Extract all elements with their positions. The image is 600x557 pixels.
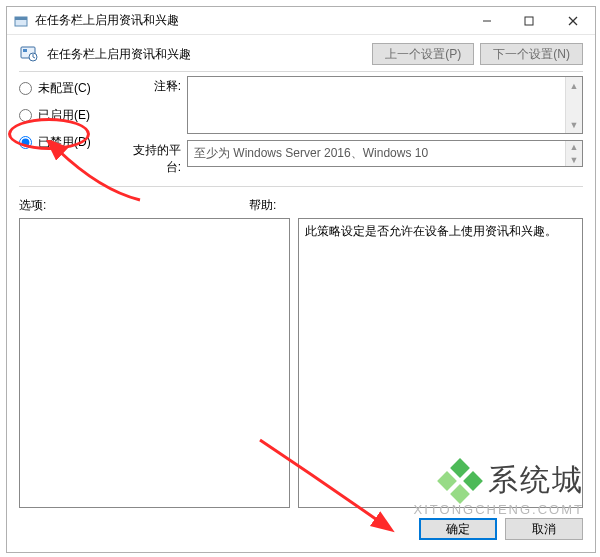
radio-disabled-input[interactable] [19, 136, 32, 149]
options-label: 选项: [19, 197, 249, 214]
comment-textarea[interactable]: ▲ ▼ [187, 76, 583, 134]
svg-rect-1 [15, 17, 27, 20]
dialog-window: 在任务栏上启用资讯和兴趣 在任务栏上启用资讯和兴趣 上一个设置(P) [6, 6, 596, 553]
policy-title: 在任务栏上启用资讯和兴趣 [47, 46, 191, 63]
comment-scrollbar[interactable]: ▲ ▼ [565, 77, 582, 133]
radio-not-configured[interactable]: 未配置(C) [19, 80, 127, 97]
ok-button[interactable]: 确定 [419, 518, 497, 540]
scroll-up-icon[interactable]: ▲ [566, 77, 582, 94]
previous-setting-button[interactable]: 上一个设置(P) [372, 43, 474, 65]
help-pane: 此策略设定是否允许在设备上使用资讯和兴趣。 [298, 218, 583, 508]
scroll-up-icon[interactable]: ▲ [566, 141, 582, 154]
help-label: 帮助: [249, 197, 276, 214]
dialog-footer: 确定 取消 [7, 508, 595, 552]
policy-icon [19, 44, 39, 64]
radio-enabled-input[interactable] [19, 109, 32, 122]
scroll-down-icon[interactable]: ▼ [566, 116, 582, 133]
radio-enabled[interactable]: 已启用(E) [19, 107, 127, 124]
supported-scrollbar[interactable]: ▲ ▼ [565, 141, 582, 166]
options-pane [19, 218, 290, 508]
radio-disabled[interactable]: 已禁用(D) [19, 134, 127, 151]
help-text: 此策略设定是否允许在设备上使用资讯和兴趣。 [305, 224, 557, 238]
radio-not-configured-label: 未配置(C) [38, 80, 91, 97]
scroll-down-icon[interactable]: ▼ [566, 154, 582, 167]
supported-text: 至少为 Windows Server 2016、Windows 10 ▲ ▼ [187, 140, 583, 167]
supported-text-value: 至少为 Windows Server 2016、Windows 10 [194, 146, 428, 160]
maximize-button[interactable] [508, 7, 550, 34]
svg-rect-7 [23, 49, 27, 52]
cancel-button[interactable]: 取消 [505, 518, 583, 540]
supported-label: 支持的平台: [127, 140, 187, 176]
comment-label: 注释: [127, 76, 187, 95]
state-radio-group: 未配置(C) 已启用(E) 已禁用(D) [19, 76, 127, 151]
radio-enabled-label: 已启用(E) [38, 107, 90, 124]
subheader: 在任务栏上启用资讯和兴趣 上一个设置(P) 下一个设置(N) [7, 35, 595, 71]
next-setting-button[interactable]: 下一个设置(N) [480, 43, 583, 65]
minimize-button[interactable] [466, 7, 508, 34]
svg-rect-3 [525, 17, 533, 25]
titlebar: 在任务栏上启用资讯和兴趣 [7, 7, 595, 35]
window-controls [466, 7, 595, 34]
radio-not-configured-input[interactable] [19, 82, 32, 95]
app-icon [13, 13, 29, 29]
radio-disabled-label: 已禁用(D) [38, 134, 91, 151]
close-button[interactable] [550, 7, 595, 34]
window-title: 在任务栏上启用资讯和兴趣 [35, 12, 466, 29]
